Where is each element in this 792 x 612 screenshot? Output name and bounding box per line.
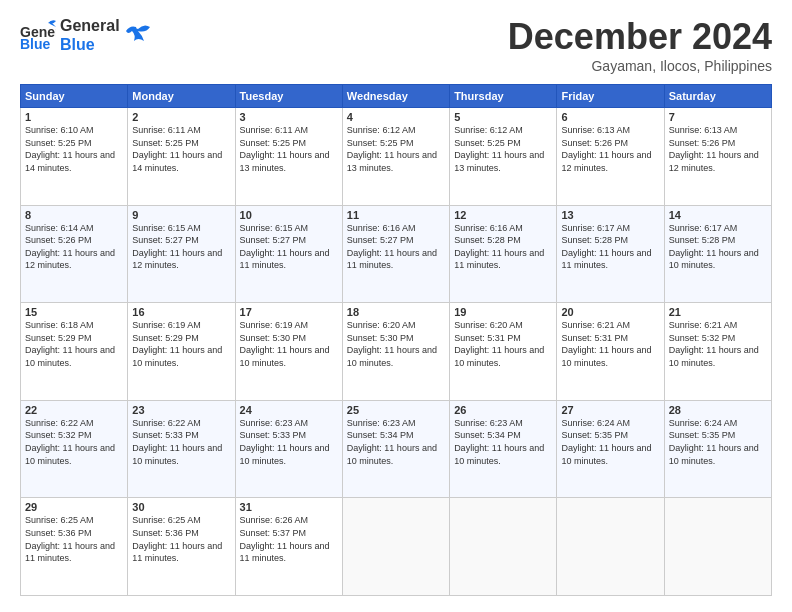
header-thursday: Thursday bbox=[450, 85, 557, 108]
sunset-label: Sunset: bbox=[454, 430, 487, 440]
sunset-time: 5:26 PM bbox=[594, 138, 628, 148]
day-info: Sunrise: 6:18 AM Sunset: 5:29 PM Dayligh… bbox=[25, 319, 123, 369]
sunrise-time: 6:20 AM bbox=[382, 320, 415, 330]
sunrise-time: 6:11 AM bbox=[168, 125, 201, 135]
sunset-label: Sunset: bbox=[132, 138, 165, 148]
day-number: 16 bbox=[132, 306, 230, 318]
daylight-label: Daylight: 11 hours and 11 minutes. bbox=[240, 541, 330, 564]
week-row-2: 8 Sunrise: 6:14 AM Sunset: 5:26 PM Dayli… bbox=[21, 205, 772, 303]
sunrise-label: Sunrise: bbox=[454, 223, 490, 233]
logo: General Blue General Blue bbox=[20, 16, 152, 54]
day-number: 31 bbox=[240, 501, 338, 513]
logo-blue: Blue bbox=[60, 35, 120, 54]
sunrise-label: Sunrise: bbox=[132, 515, 168, 525]
sunset-time: 5:28 PM bbox=[594, 235, 628, 245]
sunrise-time: 6:20 AM bbox=[490, 320, 523, 330]
sunset-label: Sunset: bbox=[132, 430, 165, 440]
day-info: Sunrise: 6:21 AM Sunset: 5:31 PM Dayligh… bbox=[561, 319, 659, 369]
sunrise-time: 6:26 AM bbox=[275, 515, 308, 525]
day-number: 17 bbox=[240, 306, 338, 318]
day-info: Sunrise: 6:20 AM Sunset: 5:30 PM Dayligh… bbox=[347, 319, 445, 369]
day-info: Sunrise: 6:15 AM Sunset: 5:27 PM Dayligh… bbox=[240, 222, 338, 272]
sunset-time: 5:31 PM bbox=[594, 333, 628, 343]
day-info: Sunrise: 6:23 AM Sunset: 5:33 PM Dayligh… bbox=[240, 417, 338, 467]
sunset-label: Sunset: bbox=[25, 138, 58, 148]
week-row-3: 15 Sunrise: 6:18 AM Sunset: 5:29 PM Dayl… bbox=[21, 303, 772, 401]
table-cell: 21 Sunrise: 6:21 AM Sunset: 5:32 PM Dayl… bbox=[664, 303, 771, 401]
sunset-label: Sunset: bbox=[669, 430, 702, 440]
day-info: Sunrise: 6:10 AM Sunset: 5:25 PM Dayligh… bbox=[25, 124, 123, 174]
table-cell: 23 Sunrise: 6:22 AM Sunset: 5:33 PM Dayl… bbox=[128, 400, 235, 498]
sunset-label: Sunset: bbox=[454, 138, 487, 148]
table-cell: 16 Sunrise: 6:19 AM Sunset: 5:29 PM Dayl… bbox=[128, 303, 235, 401]
table-cell: 26 Sunrise: 6:23 AM Sunset: 5:34 PM Dayl… bbox=[450, 400, 557, 498]
sunrise-label: Sunrise: bbox=[347, 320, 383, 330]
sunrise-label: Sunrise: bbox=[25, 125, 61, 135]
logo-icon: General Blue bbox=[20, 17, 56, 53]
day-number: 14 bbox=[669, 209, 767, 221]
day-number: 30 bbox=[132, 501, 230, 513]
table-cell: 25 Sunrise: 6:23 AM Sunset: 5:34 PM Dayl… bbox=[342, 400, 449, 498]
header-tuesday: Tuesday bbox=[235, 85, 342, 108]
sunset-label: Sunset: bbox=[669, 333, 702, 343]
sunset-label: Sunset: bbox=[25, 333, 58, 343]
sunrise-time: 6:21 AM bbox=[597, 320, 630, 330]
sunrise-time: 6:15 AM bbox=[275, 223, 308, 233]
table-cell: 29 Sunrise: 6:25 AM Sunset: 5:36 PM Dayl… bbox=[21, 498, 128, 596]
sunset-time: 5:29 PM bbox=[58, 333, 92, 343]
day-info: Sunrise: 6:20 AM Sunset: 5:31 PM Dayligh… bbox=[454, 319, 552, 369]
sunset-label: Sunset: bbox=[561, 138, 594, 148]
daylight-label: Daylight: 11 hours and 10 minutes. bbox=[240, 345, 330, 368]
day-info: Sunrise: 6:15 AM Sunset: 5:27 PM Dayligh… bbox=[132, 222, 230, 272]
sunset-time: 5:26 PM bbox=[58, 235, 92, 245]
title-area: December 2024 Gayaman, Ilocos, Philippin… bbox=[508, 16, 772, 74]
sunrise-time: 6:13 AM bbox=[704, 125, 737, 135]
day-info: Sunrise: 6:11 AM Sunset: 5:25 PM Dayligh… bbox=[132, 124, 230, 174]
sunrise-time: 6:10 AM bbox=[61, 125, 94, 135]
daylight-label: Daylight: 11 hours and 10 minutes. bbox=[25, 345, 115, 368]
table-cell: 13 Sunrise: 6:17 AM Sunset: 5:28 PM Dayl… bbox=[557, 205, 664, 303]
sunrise-label: Sunrise: bbox=[25, 320, 61, 330]
day-number: 27 bbox=[561, 404, 659, 416]
sunrise-time: 6:12 AM bbox=[490, 125, 523, 135]
sunrise-time: 6:25 AM bbox=[168, 515, 201, 525]
sunset-time: 5:37 PM bbox=[273, 528, 307, 538]
sunrise-label: Sunrise: bbox=[347, 418, 383, 428]
weekday-header-row: Sunday Monday Tuesday Wednesday Thursday… bbox=[21, 85, 772, 108]
sunrise-time: 6:15 AM bbox=[168, 223, 201, 233]
week-row-5: 29 Sunrise: 6:25 AM Sunset: 5:36 PM Dayl… bbox=[21, 498, 772, 596]
sunset-label: Sunset: bbox=[132, 235, 165, 245]
sunset-time: 5:36 PM bbox=[58, 528, 92, 538]
sunset-label: Sunset: bbox=[240, 430, 273, 440]
daylight-label: Daylight: 11 hours and 13 minutes. bbox=[240, 150, 330, 173]
header-sunday: Sunday bbox=[21, 85, 128, 108]
sunrise-time: 6:14 AM bbox=[61, 223, 94, 233]
sunset-label: Sunset: bbox=[240, 528, 273, 538]
table-cell: 7 Sunrise: 6:13 AM Sunset: 5:26 PM Dayli… bbox=[664, 108, 771, 206]
sunset-time: 5:30 PM bbox=[273, 333, 307, 343]
sunrise-time: 6:19 AM bbox=[168, 320, 201, 330]
sunrise-time: 6:24 AM bbox=[597, 418, 630, 428]
sunrise-time: 6:19 AM bbox=[275, 320, 308, 330]
sunrise-label: Sunrise: bbox=[454, 320, 490, 330]
sunrise-label: Sunrise: bbox=[240, 418, 276, 428]
sunset-time: 5:25 PM bbox=[273, 138, 307, 148]
sunset-label: Sunset: bbox=[25, 430, 58, 440]
sunset-time: 5:31 PM bbox=[487, 333, 521, 343]
sunset-time: 5:25 PM bbox=[58, 138, 92, 148]
table-cell: 5 Sunrise: 6:12 AM Sunset: 5:25 PM Dayli… bbox=[450, 108, 557, 206]
sunrise-label: Sunrise: bbox=[240, 125, 276, 135]
sunrise-time: 6:22 AM bbox=[168, 418, 201, 428]
svg-text:Blue: Blue bbox=[20, 36, 51, 52]
sunrise-time: 6:23 AM bbox=[382, 418, 415, 428]
header-saturday: Saturday bbox=[664, 85, 771, 108]
daylight-label: Daylight: 11 hours and 11 minutes. bbox=[132, 541, 222, 564]
daylight-label: Daylight: 11 hours and 13 minutes. bbox=[347, 150, 437, 173]
sunset-label: Sunset: bbox=[347, 235, 380, 245]
table-cell: 19 Sunrise: 6:20 AM Sunset: 5:31 PM Dayl… bbox=[450, 303, 557, 401]
sunrise-time: 6:25 AM bbox=[61, 515, 94, 525]
week-row-4: 22 Sunrise: 6:22 AM Sunset: 5:32 PM Dayl… bbox=[21, 400, 772, 498]
sunrise-label: Sunrise: bbox=[240, 320, 276, 330]
sunrise-label: Sunrise: bbox=[132, 223, 168, 233]
sunset-time: 5:27 PM bbox=[273, 235, 307, 245]
